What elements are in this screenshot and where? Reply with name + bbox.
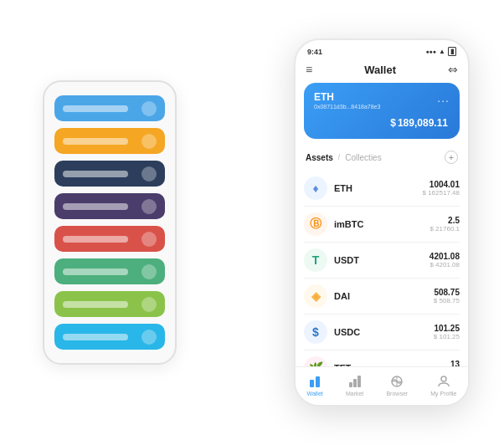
nav-label-browser: Browser [386,391,408,396]
asset-usd-usdc: $ 101.25 [434,333,460,340]
back-card-0 [54,95,165,121]
back-card-text-2 [63,171,128,177]
back-card-text-6 [63,301,128,308]
wallet-card: ETH 0x08711d3b...8418a78e3 ... $189,089.… [304,83,460,139]
back-card-icon-1 [141,134,157,149]
nav-icon-wallet [307,374,322,389]
asset-item-eth[interactable]: ♦ETH1004.01$ 162517.48 [304,171,460,207]
asset-amount-usdc: 101.25 [434,324,460,333]
asset-name-usdc: USDC [334,327,434,337]
asset-name-usdt: USDT [334,255,429,265]
asset-amounts-imbtc: 2.5$ 21760.1 [429,216,460,233]
signal-icon: ●●● [425,49,436,54]
nav-item-browser[interactable]: Browser [386,374,408,396]
svg-rect-0 [310,380,314,387]
nav-item-wallet[interactable]: Wallet [307,374,323,396]
asset-name-eth: ETH [334,183,423,193]
asset-item-imbtc[interactable]: ⒷimBTC2.5$ 21760.1 [304,207,460,243]
asset-item-dai[interactable]: ◈DAI508.75$ 508.75 [304,279,460,315]
svg-rect-4 [357,376,361,387]
wallet-address: 0x08711d3b...8418a78e3 [314,104,380,110]
wallet-balance: $189,089.11 [314,113,450,130]
asset-icon-tft: 🌿 [304,356,327,366]
back-card-text-3 [63,203,128,210]
svg-rect-3 [353,379,357,387]
back-card-3 [54,193,165,219]
menu-icon[interactable]: ≡ [306,64,312,75]
asset-usd-imbtc: $ 21760.1 [429,225,460,233]
assets-tabs: Assets / Collecties [306,153,382,162]
back-card-icon-6 [141,297,157,312]
status-icons: ●●● ▲ ▮ [425,47,456,56]
asset-amount-dai: 508.75 [434,288,460,297]
back-card-icon-5 [141,264,157,279]
asset-icon-dai: ◈ [304,284,327,308]
asset-usd-eth: $ 162517.48 [423,189,460,197]
balance-amount: 189,089.11 [398,117,448,129]
back-card-6 [54,291,165,317]
tab-assets[interactable]: Assets [306,153,333,162]
nav-icon-market [347,374,363,389]
back-card-icon-7 [141,330,157,345]
nav-label-market: Market [346,391,363,396]
nav-label-my-profile: My Profile [430,391,456,396]
asset-icon-usdc: $ [304,320,327,344]
wifi-icon: ▲ [439,48,445,55]
asset-amount-tft: 13 [450,360,460,366]
assets-header: Assets / Collecties + [296,147,468,171]
back-card-4 [54,226,165,252]
asset-amounts-usdc: 101.25$ 101.25 [434,324,460,340]
back-card-icon-4 [141,232,157,247]
bottom-nav: Wallet Market Browser My Profile [296,366,468,405]
balance-symbol: $ [390,117,396,129]
asset-amount-imbtc: 2.5 [429,216,460,225]
nav-icon-browser [389,374,404,389]
asset-item-usdc[interactable]: $USDC101.25$ 101.25 [304,315,460,350]
back-card-icon-0 [141,101,157,116]
back-card-1 [54,128,165,154]
back-card-text-0 [63,105,128,112]
asset-item-usdt[interactable]: TUSDT4201.08$ 4201.08 [304,243,460,279]
back-card-2 [54,161,165,187]
asset-amounts-usdt: 4201.08$ 4201.08 [429,252,460,269]
battery-icon: ▮ [448,47,456,56]
asset-icon-usdt: T [304,248,327,272]
asset-amount-eth: 1004.01 [423,180,460,189]
asset-amounts-eth: 1004.01$ 162517.48 [423,180,460,197]
asset-amount-usdt: 4201.08 [429,252,460,261]
nav-icon-my-profile [436,374,451,389]
asset-name-dai: DAI [334,291,434,301]
asset-item-tft[interactable]: 🌿TFT130 [304,350,460,366]
front-phone: 9:41 ●●● ▲ ▮ ≡ Wallet ⇔ ETH 0x08711d3b..… [294,38,470,407]
back-card-text-4 [63,236,128,243]
time-display: 9:41 [307,48,322,56]
wallet-currency: ETH [314,91,380,103]
tab-divider: / [338,153,341,161]
tab-collecties[interactable]: Collecties [345,153,381,162]
back-card-text-5 [63,269,128,275]
back-card-text-7 [63,334,128,340]
back-card-icon-3 [141,199,157,214]
back-card-5 [54,258,165,284]
page-title: Wallet [364,64,396,76]
nav-item-my-profile[interactable]: My Profile [430,374,456,396]
phone-header: ≡ Wallet ⇔ [296,59,468,83]
asset-icon-eth: ♦ [304,176,327,200]
wallet-info: ETH 0x08711d3b...8418a78e3 [314,91,380,110]
status-bar: 9:41 ●●● ▲ ▮ [296,40,468,59]
scene: 9:41 ●●● ▲ ▮ ≡ Wallet ⇔ ETH 0x08711d3b..… [18,13,486,432]
wallet-more-btn[interactable]: ... [437,91,450,105]
svg-point-8 [441,376,446,381]
svg-rect-2 [349,382,352,387]
asset-name-imbtc: imBTC [334,219,429,229]
add-asset-button[interactable]: + [445,151,458,164]
back-phone [43,80,177,365]
nav-item-market[interactable]: Market [346,374,363,396]
asset-list: ♦ETH1004.01$ 162517.48ⒷimBTC2.5$ 21760.1… [296,171,468,366]
scan-icon[interactable]: ⇔ [448,63,458,76]
back-card-text-1 [63,138,128,145]
asset-amounts-dai: 508.75$ 508.75 [434,288,460,304]
svg-rect-1 [316,376,320,387]
asset-icon-imbtc: Ⓑ [304,212,327,236]
back-card-icon-2 [141,166,157,182]
